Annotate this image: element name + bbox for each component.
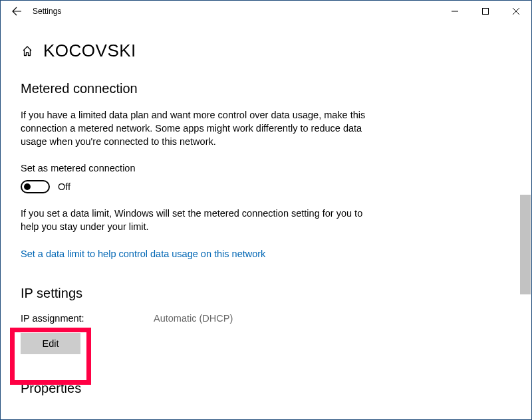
metered-toggle[interactable]	[21, 180, 50, 193]
ip-assignment-row: IP assignment: Automatic (DHCP)	[21, 313, 511, 324]
metered-heading: Metered connection	[21, 81, 511, 96]
page-title: KOCOVSKI	[43, 41, 136, 61]
metered-toggle-caption: Set as metered connection	[21, 163, 511, 173]
window-controls	[440, 1, 531, 22]
properties-heading: Properties	[21, 381, 511, 396]
metered-toggle-row: Off	[21, 180, 511, 193]
data-limit-link[interactable]: Set a data limit to help control data us…	[21, 249, 265, 259]
metered-description: If you have a limited data plan and want…	[21, 108, 366, 148]
titlebar: Settings	[1, 1, 531, 22]
ip-settings-heading: IP settings	[21, 286, 511, 301]
page-header: KOCOVSKI	[21, 41, 511, 61]
ip-assignment-label: IP assignment:	[21, 313, 154, 324]
content-area: KOCOVSKI Metered connection If you have …	[1, 22, 531, 420]
scrollbar-thumb[interactable]	[520, 195, 531, 294]
home-icon[interactable]	[21, 45, 34, 58]
ip-assignment-value: Automatic (DHCP)	[154, 313, 233, 324]
close-button[interactable]	[501, 1, 531, 22]
minimize-button[interactable]	[440, 1, 470, 22]
maximize-button[interactable]	[470, 1, 501, 22]
scrollbar[interactable]	[520, 79, 531, 420]
back-button[interactable]	[6, 1, 27, 22]
toggle-knob	[24, 183, 31, 190]
window-title: Settings	[33, 7, 61, 16]
metered-toggle-state: Off	[58, 181, 70, 192]
metered-limit-text: If you set a data limit, Windows will se…	[21, 207, 366, 233]
edit-button[interactable]: Edit	[21, 333, 80, 354]
svg-rect-1	[483, 9, 489, 15]
